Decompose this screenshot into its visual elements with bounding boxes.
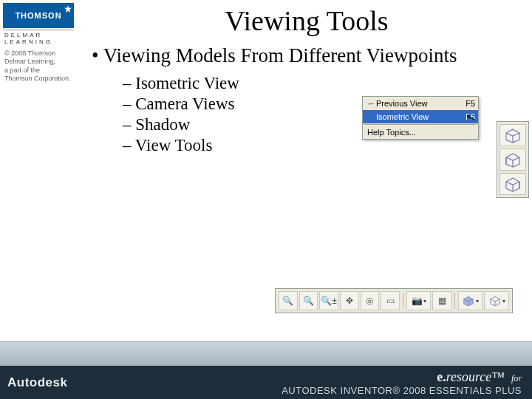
context-menu-label: Isometric View <box>376 112 429 121</box>
cube-icon <box>503 127 522 143</box>
svg-marker-0 <box>64 5 72 13</box>
palette-button-iso-side[interactable] <box>499 173 526 195</box>
slide-content: Viewing Tools Viewing Models From Differ… <box>81 0 532 341</box>
eresource-rest: resource <box>446 369 492 384</box>
cube-shadow-icon <box>488 295 502 307</box>
tool-look-at[interactable]: ▭ <box>381 291 400 310</box>
magnifier-icon: 🔍 <box>282 296 293 306</box>
copyright-block: © 2008 Thomson Delmar Learning, a part o… <box>4 50 77 83</box>
arrow-left-icon: ← <box>367 99 376 108</box>
pan-icon: ✥ <box>346 296 353 306</box>
chevron-down-icon: ▾ <box>476 298 479 304</box>
tool-pan[interactable]: ✥ <box>340 291 359 310</box>
grid-icon: ▦ <box>438 296 446 306</box>
footer: Autodesk e.resource™ for AUTODESK INVENT… <box>0 341 532 399</box>
context-menu-item-isometric-view[interactable]: Isometric View F6 <box>363 110 478 123</box>
context-menu: ←Previous View F5 Isometric View F6 Help… <box>362 96 479 140</box>
tool-camera[interactable]: 📷▾ <box>406 291 432 310</box>
main-bullet: Viewing Models From Different Viewpoints <box>87 44 532 68</box>
tool-shadow[interactable]: ▾ <box>484 291 509 310</box>
delmar-sub-brand: DELMAR LEARNING <box>4 32 77 45</box>
product-line: AUTODESK INVENTOR® 2008 ESSENTIALS PLUS <box>282 385 522 397</box>
tool-display-mode[interactable]: ▦ <box>432 291 451 310</box>
eresource-e: e. <box>437 369 446 384</box>
context-menu-label: Previous View <box>376 99 428 108</box>
magnifier-icon: 🔍 <box>303 296 314 306</box>
tm-mark: ™ <box>491 369 505 384</box>
palette-button-iso-front[interactable] <box>499 149 526 171</box>
star-icon <box>64 5 72 13</box>
context-menu-shortcut: F5 <box>466 99 475 108</box>
palette-button-iso-top[interactable] <box>499 124 526 146</box>
footer-dark-bar: Autodesk e.resource™ for AUTODESK INVENT… <box>0 366 532 399</box>
context-menu-item-help[interactable]: Help Topics... <box>363 126 478 139</box>
camera-icon: 📷 <box>412 296 423 306</box>
context-menu-item-previous-view[interactable]: ←Previous View F5 <box>363 97 478 110</box>
context-menu-label: Help Topics... <box>367 128 416 137</box>
left-copyright-strip: THOMSON DELMAR LEARNING © 2008 Thomson D… <box>0 0 77 399</box>
copyright-line: Delmar Learning, <box>4 58 77 66</box>
divider <box>454 293 455 309</box>
cube-icon <box>503 176 522 192</box>
tool-shaded[interactable]: ▾ <box>458 291 483 310</box>
view-palette-wireframe <box>497 121 529 198</box>
divider <box>403 293 403 309</box>
view-toolbar: 🔍 🔍 🔍± ✥ ◎ ▭ 📷▾ ▦ ▾ ▾ <box>275 288 513 313</box>
copyright-line: Thomson Corporation. <box>4 75 77 83</box>
copyright-line: a part of the <box>4 66 77 75</box>
thomson-logo: THOMSON <box>3 3 74 28</box>
tool-zoom-in-out[interactable]: 🔍± <box>319 291 338 310</box>
cube-icon <box>462 295 475 307</box>
tool-zoom-all[interactable]: 🔍 <box>299 291 318 310</box>
magnifier-plus-minus-icon: 🔍± <box>321 296 337 306</box>
eresource-for: for <box>511 373 522 383</box>
tool-zoom-window[interactable]: 🔍 <box>279 291 298 310</box>
eresource-brand: e.resource™ for <box>437 369 522 386</box>
divider <box>3 30 74 30</box>
footer-gradient-bar <box>0 341 532 366</box>
chevron-down-icon: ▾ <box>423 298 426 304</box>
look-at-icon: ▭ <box>386 296 395 306</box>
tool-rotate[interactable]: ◎ <box>361 291 380 310</box>
copyright-line: © 2008 Thomson <box>4 50 77 58</box>
autodesk-logo-text: Autodesk <box>7 375 67 390</box>
divider <box>364 124 477 125</box>
thomson-logo-text: THOMSON <box>15 11 61 20</box>
sub-bullet: Isometric View <box>123 74 532 93</box>
cube-icon <box>503 151 522 168</box>
slide-title: Viewing Tools <box>81 4 532 37</box>
chevron-down-icon: ▾ <box>502 298 505 304</box>
orbit-icon: ◎ <box>366 296 373 306</box>
